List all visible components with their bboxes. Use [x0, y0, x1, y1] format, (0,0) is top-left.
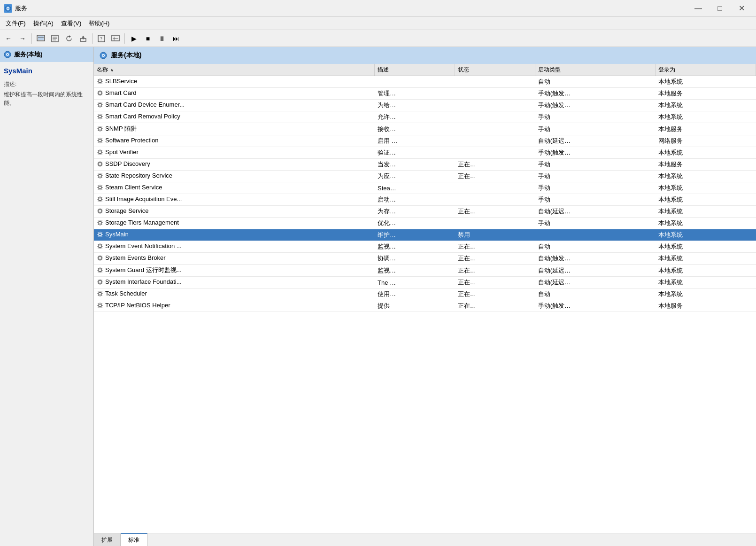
- service-startup-cell: 手动(触发…: [535, 300, 656, 312]
- services-table-scroll[interactable]: 名称 ∧ 描述 状态 启动类型 登录为: [94, 64, 756, 533]
- service-status-cell: [455, 76, 535, 88]
- service-startup-cell: 手动: [535, 182, 656, 194]
- tb-stop[interactable]: ■: [141, 32, 154, 45]
- svg-line-42: [98, 94, 99, 95]
- tb-show-hide-console[interactable]: [34, 32, 47, 45]
- service-startup-cell: 手动: [535, 171, 656, 182]
- table-row[interactable]: Smart Card Device Enumer... 为给… 手动(触发… 本…: [94, 100, 756, 111]
- table-row[interactable]: Still Image Acquisition Eve... 启动… 手动 本地…: [94, 194, 756, 206]
- svg-point-106: [99, 186, 101, 189]
- svg-line-49: [101, 106, 102, 107]
- table-row[interactable]: State Repository Service 为应… 正在… 手动 本地系统: [94, 171, 756, 182]
- service-name-cell: System Interface Foundati...: [94, 277, 375, 289]
- svg-line-131: [101, 209, 102, 210]
- svg-line-41: [101, 91, 102, 92]
- gear-icon: [97, 267, 103, 273]
- menu-bar: 文件(F) 操作(A) 查看(V) 帮助(H): [0, 17, 756, 30]
- table-row[interactable]: Steam Client Service Stea… 手动 本地系统: [94, 182, 756, 194]
- service-name-cell: System Guard 运行时监视...: [94, 265, 375, 277]
- tb-refresh[interactable]: [62, 32, 76, 45]
- menu-help[interactable]: 帮助(H): [85, 18, 113, 29]
- service-description: 维护和提高一段时间内的系统性能。: [4, 90, 90, 107]
- tab-extended[interactable]: 扩展: [94, 533, 121, 546]
- tb-show-descriptions[interactable]: [48, 32, 62, 45]
- table-row[interactable]: Software Protection 启用 … 自动(延迟… 网络服务: [94, 135, 756, 147]
- tb-properties[interactable]: [109, 32, 122, 45]
- service-login-cell: 本地系统: [656, 277, 756, 289]
- menu-action[interactable]: 操作(A): [30, 18, 57, 29]
- svg-line-122: [101, 197, 102, 198]
- desc-label: 描述:: [4, 80, 90, 88]
- table-row[interactable]: System Interface Foundati... The … 正在… 自…: [94, 277, 756, 289]
- svg-marker-10: [69, 35, 71, 38]
- svg-point-43: [99, 103, 101, 106]
- menu-file[interactable]: 文件(F): [2, 18, 30, 29]
- svg-line-183: [98, 280, 99, 281]
- table-row[interactable]: SLBService 自动 本地系统: [94, 76, 756, 88]
- service-login-cell: 本地服务: [656, 123, 756, 135]
- svg-line-150: [98, 236, 99, 237]
- col-header-startup[interactable]: 启动类型: [535, 64, 656, 76]
- svg-line-185: [101, 280, 102, 281]
- table-row[interactable]: System Event Notification ... 监视… 正在… 自动…: [94, 241, 756, 253]
- table-row[interactable]: Task Scheduler 使用… 正在… 自动 本地系统: [94, 289, 756, 300]
- svg-line-184: [101, 283, 102, 284]
- gear-icon: [97, 137, 103, 144]
- table-row[interactable]: Smart Card Removal Policy 允许… 手动 本地系统: [94, 111, 756, 123]
- maximize-button[interactable]: □: [709, 1, 731, 16]
- col-header-name[interactable]: 名称 ∧: [94, 64, 375, 76]
- tab-standard[interactable]: 标准: [121, 533, 147, 546]
- col-header-status[interactable]: 状态: [455, 64, 535, 76]
- table-row[interactable]: Spot Verifier 验证… 手动(触发… 本地系统: [94, 147, 756, 159]
- table-row[interactable]: Smart Card 管理… 手动(触发… 本地服务: [94, 88, 756, 100]
- svg-line-77: [101, 138, 102, 139]
- service-desc-cell: 验证…: [375, 147, 455, 159]
- service-desc-cell: The …: [375, 277, 455, 289]
- tb-back[interactable]: ←: [2, 32, 15, 45]
- tb-forward[interactable]: →: [16, 32, 29, 45]
- service-icon-wrapper: State Repository Service: [97, 172, 172, 179]
- service-name-cell: Storage Tiers Management: [94, 218, 375, 229]
- tb-export[interactable]: [77, 32, 90, 45]
- service-startup-cell: 手动: [535, 123, 656, 135]
- svg-line-40: [101, 94, 102, 95]
- svg-line-158: [101, 244, 102, 245]
- gear-icon: [97, 208, 103, 214]
- table-row[interactable]: SSDP Discovery 当发… 正在… 手动 本地服务: [94, 159, 756, 171]
- table-row[interactable]: System Events Broker 协调… 正在… 自动(触发… 本地系统: [94, 253, 756, 265]
- service-icon-wrapper: Software Protection: [97, 137, 158, 144]
- tb-start[interactable]: ▶: [127, 32, 140, 45]
- service-status-cell: [455, 218, 535, 229]
- gear-icon: [97, 243, 103, 250]
- svg-point-142: [99, 233, 101, 236]
- service-icon-wrapper: Spot Verifier: [97, 148, 139, 156]
- svg-line-204: [98, 307, 99, 308]
- service-status-cell: 正在…: [455, 253, 535, 265]
- svg-line-103: [101, 177, 102, 178]
- svg-line-93: [98, 162, 99, 163]
- menu-view[interactable]: 查看(V): [57, 18, 85, 29]
- table-row[interactable]: TCP/IP NetBIOS Helper 提供 正在… 手动(触发… 本地服务: [94, 300, 756, 312]
- table-row[interactable]: Storage Tiers Management 优化… 手动 本地系统: [94, 218, 756, 229]
- left-panel-title: 服务(本地): [14, 50, 43, 59]
- table-row[interactable]: SysMain 维护… 禁用 本地系统: [94, 229, 756, 241]
- close-button[interactable]: ✕: [731, 1, 752, 16]
- service-startup-cell: 手动(触发…: [535, 147, 656, 159]
- services-table-container: 名称 ∧ 描述 状态 启动类型 登录为: [94, 64, 756, 533]
- svg-point-88: [99, 163, 101, 165]
- window-controls: — □ ✕: [687, 1, 752, 16]
- service-desc-cell: 使用…: [375, 289, 455, 300]
- right-panel-icon: [100, 52, 107, 59]
- tb-restart[interactable]: ⏭: [170, 32, 183, 45]
- table-row[interactable]: System Guard 运行时监视... 监视… 正在… 自动(延迟… 本地系…: [94, 265, 756, 277]
- table-row[interactable]: SNMP 陷阱 接收… 手动 本地服务: [94, 123, 756, 135]
- service-desc-cell: 监视…: [375, 265, 455, 277]
- col-header-login[interactable]: 登录为: [656, 64, 756, 76]
- minimize-button[interactable]: —: [687, 1, 709, 16]
- tb-help[interactable]: ?: [95, 32, 108, 45]
- col-header-desc[interactable]: 描述: [375, 64, 455, 76]
- table-row[interactable]: Storage Service 为存… 正在… 自动(延迟… 本地系统: [94, 206, 756, 218]
- service-icon-wrapper: Task Scheduler: [97, 290, 147, 297]
- svg-line-33: [98, 83, 99, 84]
- tb-pause[interactable]: ⏸: [155, 32, 169, 45]
